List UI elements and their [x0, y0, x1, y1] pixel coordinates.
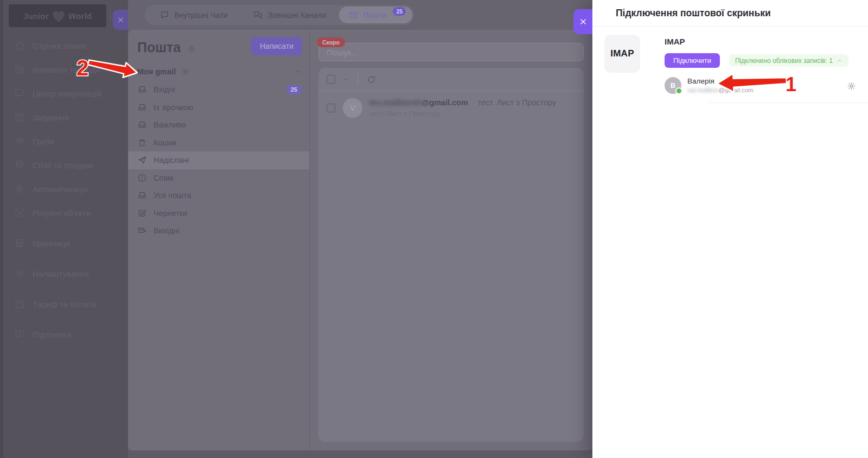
- chevron-up-icon: [837, 58, 843, 63]
- folder-label: Чернетки: [154, 209, 187, 218]
- sidebar-item-crm-sales[interactable]: CRM та продажі: [0, 153, 128, 177]
- connected-accounts-label: Підключено облікових записів: 1: [735, 57, 833, 65]
- folder-inbox[interactable]: Вхідні 25: [128, 81, 309, 99]
- chevron-up-icon[interactable]: [294, 68, 302, 75]
- database-icon: [14, 160, 25, 170]
- toolbar-divider: [358, 74, 358, 85]
- message-list-card: V tes.mailbox43@gmail.com тест. Лист з П…: [318, 68, 584, 442]
- tab-label: Внутрішні Чати: [174, 11, 227, 20]
- mail-panel: Пошта Написати Моя gmail Вхідні 25: [128, 30, 592, 450]
- mail-folder-panel: Пошта Написати Моя gmail Вхідні 25: [128, 30, 310, 450]
- sidebar-item-settings[interactable]: Налаштування: [0, 262, 128, 285]
- message-checkbox[interactable]: [327, 104, 335, 112]
- tab-internal-chats[interactable]: Внутрішні Чати: [147, 5, 240, 25]
- folder-label: Уся пошта: [154, 191, 191, 200]
- paper-plane-icon: [137, 155, 147, 165]
- backdrop-strip: [128, 450, 592, 458]
- sidebar-item-store[interactable]: Крамниця: [0, 231, 128, 255]
- folder-drafts[interactable]: Чернетки: [128, 205, 309, 222]
- inbox-icon: [137, 120, 147, 130]
- redacted-sender-address: tes.mailbox43: [369, 98, 422, 107]
- channel-tabs: Внутрішні Чати Зовнішні Канали Пошта 25: [145, 5, 414, 25]
- sender-avatar: V: [343, 98, 362, 118]
- sidebar-item-label: Стрічка новин: [33, 41, 86, 50]
- mail-modal-region: Внутрішні Чати Зовнішні Канали Пошта 25 …: [128, 0, 592, 458]
- account-settings-gear-icon[interactable]: [181, 67, 190, 76]
- sidebar-item-company-people[interactable]: Компанія та люди: [0, 58, 128, 81]
- chevron-down-icon[interactable]: [342, 76, 349, 83]
- logo-text-right: World: [68, 11, 92, 21]
- sidebar-item-news-feed[interactable]: Стрічка новин: [0, 34, 128, 58]
- message-preview: тест. Лист з Простору: [369, 110, 556, 118]
- sidebar-item-label: Розумні об'єкти: [33, 208, 91, 218]
- provider-name: IMAP: [665, 37, 856, 46]
- chat-icon: [14, 88, 25, 99]
- email-domain: @gmail.com: [719, 87, 754, 93]
- sidebar-item-groups[interactable]: Групи: [0, 129, 128, 153]
- drawer-close-button[interactable]: [573, 9, 592, 34]
- chevron-right-icon: [111, 161, 118, 169]
- app-logo[interactable]: Junior World: [9, 4, 106, 27]
- chevron-right-icon: [111, 270, 118, 277]
- folder-spam[interactable]: Спам: [128, 169, 309, 187]
- account-avatar: B: [665, 77, 681, 94]
- folder-all-mail[interactable]: Уся пошта: [128, 187, 309, 205]
- select-all-checkbox[interactable]: [327, 75, 335, 84]
- connected-account-row[interactable]: B Валерія val.mailbox@gmail.com: [665, 77, 856, 94]
- sidebar-item-label: Автоматизація: [33, 185, 88, 194]
- refresh-icon[interactable]: [367, 75, 376, 84]
- mail-settings-gear-icon[interactable]: [187, 44, 196, 53]
- folder-label: Із зірочкою: [154, 103, 193, 112]
- chevron-right-icon: [111, 90, 118, 97]
- sidebar-item-support[interactable]: Підтримка: [0, 322, 128, 346]
- modal-close-button[interactable]: [113, 10, 128, 30]
- chevron-right-icon: [111, 66, 118, 73]
- chats-icon: [253, 10, 263, 20]
- tab-external-channels[interactable]: Зовнішні Канали: [240, 5, 339, 25]
- sidebar-item-label: Підтримка: [33, 330, 72, 339]
- folder-sent[interactable]: Надіслані: [128, 151, 309, 169]
- connected-accounts-pill[interactable]: Підключено облікових записів: 1: [729, 54, 848, 67]
- account-group-label: Моя gmail: [137, 67, 176, 76]
- trash-icon: [137, 138, 147, 148]
- tab-mail[interactable]: Пошта 25: [339, 7, 412, 23]
- tab-label: Зовнішні Канали: [267, 11, 326, 20]
- mailbox-connection-drawer: Підключення поштової скриньки IMAP IMAP …: [592, 0, 868, 458]
- imap-provider-row: IMAP IMAP Підключити Підключено облікови…: [604, 35, 856, 103]
- folder-starred[interactable]: Із зірочкою: [128, 99, 309, 117]
- sidebar-item-automation[interactable]: Автоматизація: [0, 177, 128, 201]
- scan-icon: [14, 207, 25, 218]
- main-sidebar: Junior World Стрічка новин Компанія та л…: [0, 0, 128, 458]
- connect-button[interactable]: Підключити: [665, 53, 720, 68]
- online-status-dot: [675, 87, 682, 94]
- calendar-icon: [14, 112, 25, 123]
- logo-text-left: Junior: [23, 11, 49, 21]
- lightning-icon: [14, 183, 25, 194]
- sender-domain: @gmail.com: [422, 98, 468, 107]
- message-subject: тест. Лист з Простору: [478, 98, 557, 107]
- drawer-title: Підключення поштової скриньки: [592, 0, 868, 27]
- divider: [709, 103, 868, 103]
- sidebar-item-smart-objects[interactable]: Розумні об'єкти: [0, 201, 128, 225]
- folder-label: Спам: [154, 174, 173, 182]
- sidebar-item-tariff-payment[interactable]: Тариф та оплата: [0, 292, 128, 316]
- unread-count-badge: 25: [393, 7, 406, 16]
- mail-account-group[interactable]: Моя gmail: [137, 67, 302, 76]
- message-row[interactable]: V tes.mailbox43@gmail.com тест. Лист з П…: [318, 91, 584, 124]
- folder-important[interactable]: Важливо: [128, 116, 309, 134]
- mail-search-input[interactable]: [318, 43, 584, 61]
- home-icon: [14, 40, 25, 51]
- folder-trash[interactable]: Кошик: [128, 134, 309, 152]
- folder-label: Вихідні: [154, 226, 180, 235]
- sidebar-item-tasks[interactable]: Завдання: [0, 105, 128, 129]
- account-settings-gear-icon[interactable]: [847, 81, 856, 91]
- compose-button[interactable]: Написати: [251, 37, 302, 55]
- gear-icon: [14, 268, 25, 279]
- building-icon: [14, 64, 25, 75]
- sidebar-item-label: Групи: [33, 137, 54, 146]
- sidebar-item-communication-center[interactable]: Центр комунікацій: [0, 81, 128, 105]
- sidebar-item-label: Тариф та оплата: [33, 300, 97, 309]
- folder-outbox[interactable]: Вихідні: [128, 222, 309, 240]
- folder-label: Кошик: [154, 138, 177, 147]
- account-name: Валерія: [687, 77, 754, 85]
